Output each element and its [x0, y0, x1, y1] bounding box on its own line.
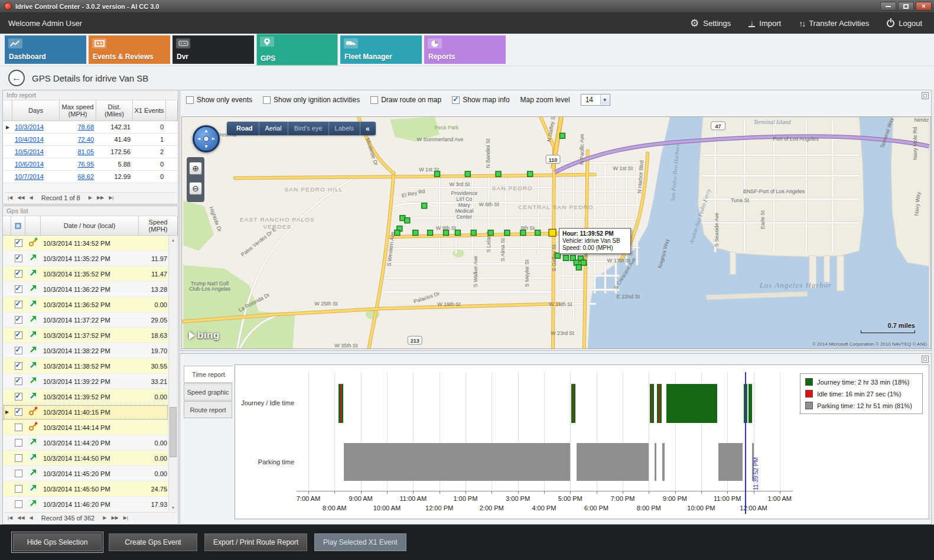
export-print-route-report-button[interactable]: Export / Print Route Report	[204, 533, 307, 551]
gps-row[interactable]: 10/3/2014 11:36:22 PM13.28	[3, 282, 168, 297]
max-speed-link[interactable]: 72.40	[77, 136, 94, 143]
route-marker[interactable]	[428, 230, 433, 236]
max-speed-link[interactable]: 76.95	[77, 161, 94, 168]
next-group-button[interactable]: ▶▶	[110, 515, 119, 520]
row-checkbox[interactable]	[15, 239, 22, 247]
gps-row[interactable]: 10/3/2014 11:44:20 PM0.00	[3, 435, 168, 451]
route-marker[interactable]	[395, 230, 400, 236]
gps-row[interactable]: 10/3/2014 11:44:14 PM	[3, 420, 168, 435]
gps-row[interactable]: 10/3/2014 11:38:52 PM30.55	[3, 359, 168, 374]
day-link[interactable]: 10/4/2014	[15, 136, 44, 143]
info-report-row[interactable]: 10/7/201468.6212.990	[3, 171, 178, 183]
route-marker[interactable]	[576, 265, 581, 270]
day-link[interactable]: 10/5/2014	[15, 148, 44, 155]
menubar-action-import[interactable]: ↓Import	[748, 19, 781, 28]
gps-row[interactable]: 10/3/2014 11:35:52 PM11.47	[3, 266, 168, 282]
first-page-button[interactable]: |◀	[6, 195, 14, 200]
row-checkbox[interactable]	[15, 454, 22, 462]
route-marker[interactable]	[422, 203, 427, 209]
gps-row[interactable]: 10/3/2014 11:37:52 PM18.63	[3, 328, 168, 343]
map-option-draw-route-on-map[interactable]: Draw route on map	[370, 96, 441, 104]
max-speed-link[interactable]: 78.68	[77, 123, 94, 131]
nav-tab-reports[interactable]: Reports	[424, 35, 506, 64]
row-checkbox[interactable]	[15, 439, 22, 447]
gps-row[interactable]: 10/3/2014 11:39:22 PM33.21	[3, 374, 168, 389]
first-page-button[interactable]: |◀	[6, 515, 14, 520]
route-marker[interactable]	[488, 230, 493, 236]
map-mode-road[interactable]: Road	[230, 122, 259, 135]
row-checkbox[interactable]	[15, 301, 22, 308]
pan-south-icon[interactable]: ▲	[204, 144, 209, 149]
scroll-down-icon[interactable]: ▼	[169, 503, 177, 512]
nav-tab-events-reviews[interactable]: Events & Reviews	[89, 35, 170, 64]
collapse-modebar-icon[interactable]: «	[360, 125, 372, 133]
route-marker[interactable]	[471, 230, 476, 236]
checkbox[interactable]	[452, 96, 460, 104]
back-button[interactable]: ←	[8, 70, 25, 86]
map[interactable]: Crest RdPeck ParkW Summerland AveMirales…	[181, 116, 931, 349]
next-page-button[interactable]: ▶	[102, 515, 108, 520]
map-option-show-map-info[interactable]: Show map info	[452, 96, 509, 104]
nav-tab-fleet-manager[interactable]: Fleet Manager	[340, 35, 422, 64]
gps-row[interactable]: 10/3/2014 11:34:52 PM	[3, 236, 168, 251]
gps-row[interactable]: 10/3/2014 11:35:22 PM11.97	[3, 251, 168, 266]
max-speed-link[interactable]: 81.05	[77, 148, 94, 155]
nav-tab-gps[interactable]: GPS	[256, 34, 338, 66]
map-option-show-only-ignition-activities[interactable]: Show only ignition activities	[263, 96, 360, 104]
route-marker[interactable]	[535, 230, 541, 236]
route-marker[interactable]	[528, 171, 533, 177]
maximize-button[interactable]	[898, 2, 914, 11]
row-checkbox[interactable]	[15, 255, 22, 262]
map-mode-aerial[interactable]: Aerial	[259, 122, 288, 135]
map-canvas[interactable]: Crest RdPeck ParkW Summerland AveMirales…	[182, 117, 930, 349]
menubar-action-transfer-activities[interactable]: ↑↓Transfer Activities	[799, 19, 869, 28]
zoom-in-button[interactable]: ⊕	[189, 162, 202, 175]
row-checkbox[interactable]	[15, 377, 22, 385]
play-selected-x1-event-button[interactable]: Play Selected X1 Event	[314, 533, 406, 551]
minimize-button[interactable]	[880, 2, 896, 11]
menubar-action-settings[interactable]: ⚙Settings	[690, 18, 731, 28]
select-all-icon[interactable]	[15, 223, 21, 229]
scroll-up-icon[interactable]: ▲	[169, 236, 177, 244]
map-mode-labels[interactable]: Labels	[329, 122, 360, 135]
row-checkbox[interactable]	[15, 270, 22, 278]
row-checkbox[interactable]	[15, 285, 22, 293]
row-checkbox[interactable]	[15, 316, 22, 324]
checkbox[interactable]	[370, 96, 378, 104]
pan-north-icon[interactable]: ▲	[204, 129, 209, 134]
row-checkbox[interactable]	[15, 362, 22, 370]
row-checkbox[interactable]	[15, 347, 22, 354]
gps-row[interactable]: 10/3/2014 11:36:52 PM0.00	[3, 297, 168, 312]
route-marker[interactable]	[443, 230, 448, 236]
map-compass-control[interactable]: ▲ ▲ ▲ ▲	[193, 125, 220, 152]
row-checkbox[interactable]	[15, 500, 22, 508]
row-checkbox[interactable]	[15, 408, 22, 416]
create-gps-event-button[interactable]: Create Gps Event	[109, 533, 197, 551]
route-marker[interactable]	[559, 133, 565, 138]
scrollbar-thumb[interactable]	[170, 407, 177, 457]
info-report-row[interactable]: 10/3/201478.68142.310	[3, 121, 178, 134]
prev-group-button[interactable]: ◀◀	[16, 195, 25, 200]
route-marker[interactable]	[435, 171, 440, 177]
route-marker-selected[interactable]	[549, 229, 556, 236]
info-report-row[interactable]: 10/6/201476.955.880	[3, 158, 178, 171]
gps-row[interactable]: 10/3/2014 11:45:20 PM0.00	[3, 466, 168, 481]
pan-east-icon[interactable]: ▲	[211, 136, 216, 141]
info-report-row[interactable]: 10/4/201472.4041.491	[3, 134, 178, 146]
gps-row[interactable]: 10/3/2014 11:45:50 PM24.75	[3, 481, 168, 497]
route-marker[interactable]	[413, 230, 418, 236]
route-marker[interactable]	[505, 230, 510, 236]
gps-list-scrollbar[interactable]: ▲ ▼	[168, 236, 177, 512]
gps-row[interactable]: 10/3/2014 11:37:22 PM29.05	[3, 312, 168, 328]
route-marker[interactable]	[465, 171, 470, 177]
max-speed-link[interactable]: 68.62	[77, 173, 94, 180]
row-checkbox[interactable]	[15, 485, 22, 493]
prev-page-button[interactable]: ◀	[28, 515, 34, 520]
next-group-button[interactable]: ▶▶	[96, 195, 105, 200]
last-page-button[interactable]: ▶|	[122, 515, 129, 520]
map-option-show-only-events[interactable]: Show only events	[186, 96, 252, 104]
hide-gps-selection-button[interactable]: Hide Gps Selection	[13, 533, 102, 551]
checkbox[interactable]	[263, 96, 271, 104]
tab-time-report[interactable]: Time report	[184, 366, 233, 383]
close-button[interactable]: ×	[916, 2, 932, 11]
